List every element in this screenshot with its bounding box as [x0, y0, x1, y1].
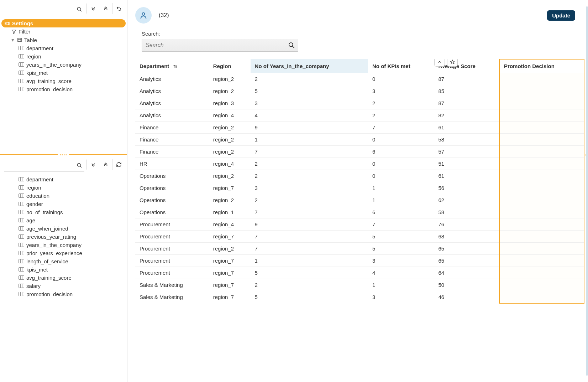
cell-decision[interactable]: [499, 170, 584, 182]
column-header-no-of-years-in-the-company[interactable]: No of Years_in_the_company: [251, 59, 368, 73]
sidebar.top-item-promotion-decision[interactable]: promotion_decision: [1, 85, 126, 93]
sidebar-top-search[interactable]: [4, 4, 84, 15]
table-row[interactable]: Operationsregion_17658: [135, 206, 584, 218]
cell-decision[interactable]: [499, 267, 584, 279]
sidebar.bottom-item-years-in-the-company[interactable]: years_in_the_company: [1, 241, 126, 249]
tree-item-label: previous_year_rating: [26, 234, 123, 240]
cell-decision[interactable]: [499, 134, 584, 146]
sidebar.bottom-item-gender[interactable]: gender: [1, 200, 126, 208]
cell-kpis: 7: [368, 218, 434, 231]
cell-decision[interactable]: [499, 158, 584, 170]
cell-decision[interactable]: [499, 73, 584, 85]
sidebar.bottom-item-avg-training-score[interactable]: avg_training_score: [1, 274, 126, 282]
cell-decision[interactable]: [499, 194, 584, 206]
sidebar.bottom-item-age-when-joined[interactable]: age_when_joined: [1, 224, 126, 233]
cell-decision[interactable]: [499, 109, 584, 122]
column-header-department[interactable]: Department: [135, 59, 209, 73]
sidebar.bottom-item-length-of-service[interactable]: length_of_service: [1, 257, 126, 265]
sidebar.top-item-region[interactable]: region: [1, 52, 126, 61]
table-row[interactable]: Sales & Marketingregion_72150: [135, 279, 584, 291]
sidebar.top-item-department[interactable]: department: [1, 44, 126, 52]
column-header-promotion-decision[interactable]: Promotion Decision: [499, 59, 584, 73]
sidebar.bottom-item-kpis-met[interactable]: kpis_met: [1, 265, 126, 274]
table-row[interactable]: Operationsregion_22162: [135, 194, 584, 206]
table-row[interactable]: HRregion_42051: [135, 158, 584, 170]
sidebar.bottom-item-promotion-decision[interactable]: promotion_decision: [1, 290, 126, 298]
main-search[interactable]: [142, 39, 298, 52]
table-row[interactable]: Analyticsregion_25385: [135, 85, 584, 97]
sidebar.top-item-filter[interactable]: Filter: [1, 27, 126, 36]
sidebar-splitter[interactable]: ••••: [0, 153, 127, 156]
cell-decision[interactable]: [499, 291, 584, 303]
sidebar-bottom-search-input[interactable]: [4, 161, 74, 170]
collapse-up-icon[interactable]: [99, 159, 112, 170]
sidebar.top-item-table[interactable]: ▾Table: [1, 36, 126, 44]
pin-column-icon[interactable]: [447, 59, 458, 67]
cell-kpis: 2: [368, 109, 434, 122]
cell-decision[interactable]: [499, 206, 584, 218]
sidebar.bottom-item-salary[interactable]: salary: [1, 282, 126, 290]
table-row[interactable]: Analyticsregion_22087: [135, 73, 584, 85]
cell-decision[interactable]: [499, 255, 584, 267]
table-row[interactable]: Financeregion_21058: [135, 134, 584, 146]
sidebar-bottom-search[interactable]: [4, 160, 84, 171]
table-row[interactable]: Financeregion_29761: [135, 122, 584, 134]
collapse-column-icon[interactable]: [434, 59, 445, 67]
avatar: [135, 7, 152, 24]
sidebar.bottom-item-previous-year-rating[interactable]: previous_year_rating: [1, 233, 126, 241]
cell-decision[interactable]: [499, 218, 584, 231]
sidebar.top-item-settings[interactable]: Settings: [1, 19, 126, 27]
table-row[interactable]: Operationsregion_73156: [135, 182, 584, 194]
table-row[interactable]: Procurementregion_27565: [135, 243, 584, 255]
table-row[interactable]: Procurementregion_49776: [135, 218, 584, 231]
sidebar.top-item-kpis-met[interactable]: kpis_met: [1, 69, 126, 77]
expand-down-icon[interactable]: [86, 159, 99, 170]
cell-decision[interactable]: [499, 85, 584, 97]
cell-department: Procurement: [135, 267, 209, 279]
cell-decision[interactable]: [499, 182, 584, 194]
table-row[interactable]: Procurementregion_71365: [135, 255, 584, 267]
refresh-icon[interactable]: [112, 159, 125, 170]
vertical-splitter-handle[interactable]: ⋮⋮: [586, 153, 588, 158]
cell-decision[interactable]: [499, 279, 584, 291]
svg-point-10: [142, 13, 145, 15]
cell-region: region_7: [209, 182, 251, 194]
sidebar.bottom-item-prior-years-experience[interactable]: prior_years_experience: [1, 249, 126, 257]
sidebar.bottom-item-no-of-trainings[interactable]: no_of_trainings: [1, 208, 126, 216]
cell-score: 62: [434, 194, 499, 206]
cell-score: 76: [434, 218, 499, 231]
search-icon[interactable]: [74, 160, 84, 171]
collapse-up-icon[interactable]: [99, 3, 112, 14]
update-button[interactable]: Update: [547, 10, 575, 21]
table-row[interactable]: Analyticsregion_44282: [135, 109, 584, 122]
cell-decision[interactable]: [499, 243, 584, 255]
cell-decision[interactable]: [499, 122, 584, 134]
sidebar.bottom-item-department[interactable]: department: [1, 175, 126, 184]
table-row[interactable]: Operationsregion_22061: [135, 170, 584, 182]
sidebar-top-search-input[interactable]: [4, 5, 74, 14]
search-icon[interactable]: [288, 42, 295, 49]
cell-decision[interactable]: [499, 146, 584, 158]
main-scrollbar[interactable]: [586, 6, 588, 376]
sidebar.bottom-item-age[interactable]: age: [1, 216, 126, 224]
table-row[interactable]: Sales & Marketingregion_75346: [135, 291, 584, 303]
sidebar.bottom-item-education[interactable]: education: [1, 192, 126, 200]
table-row[interactable]: Analyticsregion_33287: [135, 97, 584, 109]
chevron-down-icon[interactable]: ▾: [11, 37, 15, 43]
undo-icon[interactable]: [112, 3, 125, 14]
sidebar.top-item-avg-training-score[interactable]: avg_training_score: [1, 77, 126, 85]
cell-decision[interactable]: [499, 231, 584, 243]
sidebar.top-item-years-in-the-company[interactable]: years_in_the_company: [1, 61, 126, 69]
table-row[interactable]: Financeregion_27657: [135, 146, 584, 158]
table-row[interactable]: Procurementregion_77568: [135, 231, 584, 243]
expand-down-icon[interactable]: [86, 3, 99, 14]
search-icon[interactable]: [74, 4, 84, 15]
table-row[interactable]: Procurementregion_75464: [135, 267, 584, 279]
column-header-region[interactable]: Region: [209, 59, 251, 73]
main-header: (32) Update: [135, 7, 588, 27]
cell-kpis: 6: [368, 206, 434, 218]
main-search-input[interactable]: [145, 42, 288, 49]
column-header-no-of-kpis-met[interactable]: No of KPIs met: [368, 59, 434, 73]
cell-decision[interactable]: [499, 97, 584, 109]
sidebar.bottom-item-region[interactable]: region: [1, 184, 126, 192]
